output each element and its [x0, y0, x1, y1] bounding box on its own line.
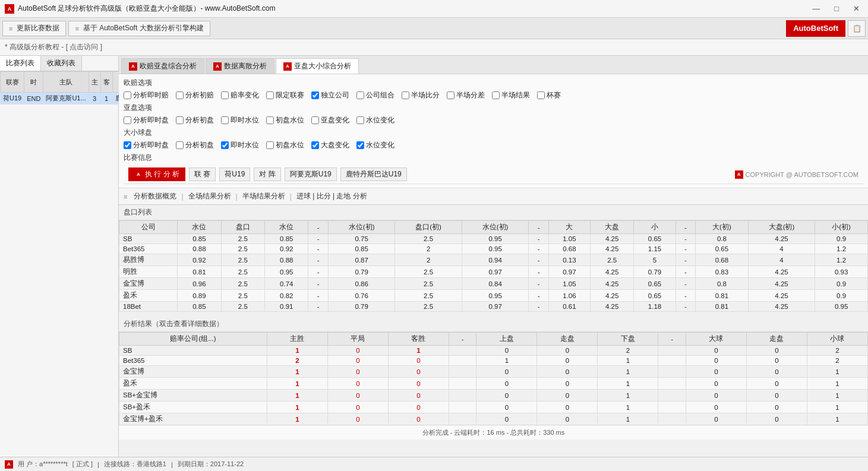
- handicap-cell: 18Bet: [119, 302, 178, 312]
- table-row[interactable]: 金宝博+盈禾100001001: [119, 413, 868, 425]
- tab-logo-1: A: [129, 62, 137, 71]
- ou-cup[interactable]: 杯赛: [537, 90, 561, 100]
- handicap-cell: 0.97: [462, 266, 528, 278]
- table-row[interactable]: SB+金宝博100001001: [119, 390, 868, 402]
- analysis-cell: 2: [807, 356, 867, 366]
- table-row[interactable]: SB101002002: [119, 346, 868, 356]
- ou-half-result[interactable]: 半场结果: [492, 90, 530, 100]
- ou-combo[interactable]: 公司组合: [356, 90, 394, 100]
- analysis-cell: 0: [327, 402, 388, 413]
- status-sep1: |: [97, 461, 99, 468]
- handicap-cell: 4.25: [591, 266, 634, 278]
- handicap-cell: 4.25: [748, 290, 815, 302]
- handicap-cell: -: [676, 266, 695, 278]
- tab-logo-2: A: [213, 62, 222, 71]
- autobetsoft-brand-button[interactable]: AutoBetSoft: [786, 20, 845, 37]
- handicap-cell: 0.81: [696, 290, 749, 302]
- handicap-cell: 0.8: [696, 234, 749, 244]
- match-list-tab[interactable]: 比赛列表: [0, 56, 41, 71]
- handicap-cell: 4.25: [591, 302, 634, 312]
- size-big-change[interactable]: 大盘变化: [311, 140, 349, 150]
- ou-initial-odds[interactable]: 分析初赔: [176, 90, 214, 100]
- table-row[interactable]: SB+盈禾100001001: [119, 402, 868, 413]
- table-row[interactable]: Bet365200101002: [119, 356, 868, 366]
- build-button[interactable]: ≡ 基于 AutoBetSoft 大数据分析引擎构建: [68, 21, 210, 36]
- tab-asia-size[interactable]: A 亚盘大小综合分析: [276, 58, 359, 74]
- ou-limit-league[interactable]: 限定联赛: [266, 90, 304, 100]
- table-row[interactable]: Bet3650.882.50.92-0.8520.95-0.684.251.15…: [119, 244, 868, 254]
- handicap-cell: 0.68: [696, 254, 749, 266]
- analysis-cell: 1: [267, 378, 327, 390]
- handicap-col-header: 小: [634, 221, 676, 234]
- asia-water-change[interactable]: 水位变化: [356, 115, 394, 125]
- sub-tab-half-result[interactable]: 半场结果分析: [238, 190, 290, 203]
- analysis-cell: 0: [388, 366, 449, 378]
- analysis-cell: 0: [537, 402, 598, 413]
- analysis-cell: 0: [388, 402, 449, 413]
- analysis-cell: 1: [267, 346, 327, 356]
- handicap-cell: 0.76: [328, 290, 394, 302]
- tab-ou-combined[interactable]: A 欧赔亚盘综合分析: [121, 58, 204, 74]
- ou-half-diff[interactable]: 半场分差: [447, 90, 485, 100]
- app-logo: A: [5, 4, 14, 14]
- handicap-cell: 0.91: [265, 302, 308, 312]
- analysis-cell: 0: [327, 378, 388, 390]
- sub-tab-full-result[interactable]: 全场结果分析: [184, 190, 236, 203]
- sub-tab-goals[interactable]: 进球 | 比分 | 走地 分析: [292, 190, 372, 203]
- sub-tab-overview[interactable]: 分析数据概览: [129, 190, 181, 203]
- favorites-tab[interactable]: 收藏列表: [41, 56, 82, 71]
- match-info-bar: A 执 行 分 析 联 赛 荷U19 对 阵 阿要克斯U19 鹿特丹斯巴达U19…: [124, 165, 863, 184]
- table-row[interactable]: 18Bet0.852.50.91-0.792.50.97-0.614.251.1…: [119, 302, 868, 312]
- ou-half-score[interactable]: 半场比分: [402, 90, 440, 100]
- table-row[interactable]: 易胜博0.922.50.88-0.8720.94-0.132.55-0.6841…: [119, 254, 868, 266]
- analysis-cell: 2: [267, 356, 327, 366]
- minimize-button[interactable]: —: [809, 3, 823, 14]
- asia-immediate[interactable]: 分析即时盘: [124, 115, 169, 125]
- asia-initial-water[interactable]: 初盘水位: [266, 115, 304, 125]
- analysis-cell: 0: [476, 346, 537, 356]
- maximize-button[interactable]: □: [831, 3, 842, 14]
- analysis-col-header: 平局: [327, 333, 388, 346]
- table-row[interactable]: 盈禾0.892.50.82-0.762.50.95-1.064.250.65-0…: [119, 290, 868, 302]
- handicap-cell: 0.65: [634, 278, 676, 290]
- table-row[interactable]: 金宝博100001001: [119, 366, 868, 378]
- analysis-cell: 0: [746, 402, 807, 413]
- handicap-col-header: 水位(初): [462, 221, 528, 234]
- analysis-cell: 1: [598, 366, 658, 378]
- handicap-cell: 1.18: [634, 302, 676, 312]
- title-bar-controls[interactable]: — □ ✕: [809, 3, 863, 14]
- analysis-col-header: -: [658, 333, 686, 346]
- handicap-cell: 4: [748, 254, 815, 266]
- asia-change[interactable]: 亚盘变化: [311, 115, 349, 125]
- right-panel: A 欧赔亚盘综合分析 A 数据离散分析 A 亚盘大小综合分析 欧赔选项 分析即时…: [119, 56, 868, 457]
- asia-immediate-water[interactable]: 即时水位: [221, 115, 259, 125]
- analysis-cell: 0: [686, 413, 746, 425]
- clipboard-button[interactable]: 📋: [848, 20, 866, 37]
- completion-bar: 分析完成 - 云端耗时：16 ms - 总共耗时：330 ms: [119, 425, 868, 440]
- size-water-change[interactable]: 水位变化: [356, 140, 394, 150]
- ou-immediate-odds[interactable]: 分析即时赔: [124, 90, 169, 100]
- execute-analysis-button[interactable]: A 执 行 分 析: [128, 167, 185, 181]
- size-initial-water[interactable]: 初盘水位: [266, 140, 304, 150]
- handicap-cell: -: [676, 244, 695, 254]
- ou-independent[interactable]: 独立公司: [311, 90, 349, 100]
- close-button[interactable]: ✕: [850, 3, 863, 14]
- col-league: 联赛: [1, 72, 24, 93]
- update-data-button[interactable]: ≡ 更新比赛数据: [2, 21, 66, 36]
- size-immediate-water[interactable]: 即时水位: [221, 140, 259, 150]
- size-immediate[interactable]: 分析即时盘: [124, 140, 169, 150]
- analysis-cell: [449, 378, 476, 390]
- tab-data-scatter[interactable]: A 数据离散分析: [206, 58, 274, 74]
- size-initial[interactable]: 分析初盘: [176, 140, 214, 150]
- analysis-cell: 1: [598, 356, 658, 366]
- asia-initial[interactable]: 分析初盘: [176, 115, 214, 125]
- ou-odds-change[interactable]: 赔率变化: [221, 90, 259, 100]
- table-row[interactable]: SB0.852.50.85-0.752.50.95-1.054.250.65-0…: [119, 234, 868, 244]
- size-options-row: 分析即时盘 分析初盘 即时水位 初盘水位 大盘变化 水位变化: [124, 140, 863, 150]
- analysis-cell: [449, 390, 476, 402]
- handicap-section-header: 盘口列表: [119, 205, 868, 220]
- table-row[interactable]: 金宝博0.962.50.74-0.862.50.84-1.054.250.65-…: [119, 278, 868, 290]
- table-row[interactable]: 明胜0.812.50.95-0.792.50.97-0.974.250.79-0…: [119, 266, 868, 278]
- table-row[interactable]: 盈禾100001001: [119, 378, 868, 390]
- col-time: 时: [24, 72, 43, 93]
